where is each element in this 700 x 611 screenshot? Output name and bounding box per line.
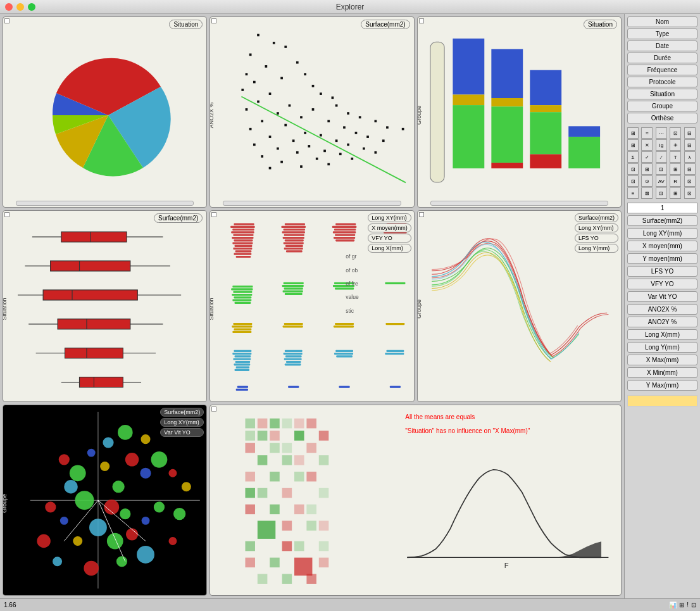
status-icon-plus[interactable]: ⊞ <box>679 602 684 608</box>
bar1-green <box>453 105 484 168</box>
grid-icon-13[interactable]: ∕ <box>656 151 667 163</box>
rp-var-longy[interactable]: Long Y(mm) <box>627 342 697 353</box>
scatter-scrollbar[interactable] <box>223 201 401 206</box>
rp-var-ano2x[interactable]: ANO2X % <box>627 304 697 315</box>
svg-rect-208 <box>258 419 268 429</box>
grid-icon-9[interactable]: ✳ <box>670 139 681 151</box>
rp-var-ymoyen[interactable]: Y moyen(mm) <box>627 253 697 264</box>
svg-rect-82 <box>233 229 254 230</box>
status-icon-grid[interactable]: ⊡ <box>691 602 696 608</box>
rp-btn-orthese[interactable]: Orthèse <box>627 113 697 123</box>
status-icon-chart[interactable]: 📊 <box>669 602 677 608</box>
svg-rect-65 <box>43 290 137 300</box>
trend-line <box>242 96 406 182</box>
grid-icon-6[interactable]: ⊞ <box>627 139 639 151</box>
stacked-bar-scrollbar[interactable] <box>430 201 608 206</box>
strip-legend-4: Long X(mm) <box>368 244 411 253</box>
grid-icon-20[interactable]: ⊟ <box>684 163 696 175</box>
dist-svg: F <box>400 438 616 590</box>
grid-icon-25[interactable]: ⊡ <box>684 175 696 187</box>
grid-icon-10[interactable]: ⊟ <box>684 139 696 151</box>
svg-point-202 <box>118 425 133 440</box>
grid-icon-22[interactable]: ⊙ <box>641 175 653 187</box>
rp-btn-protocole[interactable]: Protocole <box>627 77 697 87</box>
rp-var-xmin[interactable]: X Min(mm) <box>627 367 697 378</box>
svg-rect-139 <box>335 224 356 225</box>
grid-icon-3[interactable]: ⋯ <box>656 127 667 139</box>
pie-chart-title: Situation <box>169 20 203 29</box>
status-icon-exclaim[interactable]: ! <box>687 602 689 608</box>
matrix-area <box>210 405 395 595</box>
rp-btn-type[interactable]: Type <box>627 28 697 39</box>
rp-btn-duree[interactable]: Durée <box>627 53 697 63</box>
svg-rect-5 <box>246 73 248 75</box>
rp-btn-nom[interactable]: Nom <box>627 16 697 27</box>
svg-rect-100 <box>234 323 253 325</box>
svg-rect-21 <box>249 128 252 130</box>
rp-var-longx[interactable]: Long X(mm) <box>627 329 697 340</box>
bubble-legend-1: Surface(mm2) <box>160 408 204 417</box>
rp-btn-situation[interactable]: Situation <box>627 89 697 99</box>
grid-icon-23[interactable]: AV <box>656 175 667 187</box>
grid-icon-2[interactable]: ≈ <box>641 127 653 139</box>
rp-btn-date[interactable]: Date <box>627 41 697 51</box>
grid-icon-15[interactable]: λ <box>684 151 696 163</box>
svg-rect-238 <box>258 520 275 538</box>
svg-rect-251 <box>282 574 292 584</box>
svg-rect-42 <box>347 144 350 146</box>
rp-var-xmax[interactable]: X Max(mm) <box>627 355 697 365</box>
svg-point-178 <box>100 462 109 471</box>
rp-var-lfsyo[interactable]: LFS YO <box>627 266 697 277</box>
svg-rect-35 <box>308 145 311 148</box>
grid-icon-5[interactable]: ⊟ <box>684 127 696 139</box>
grid-icon-16[interactable]: ⊡ <box>627 163 639 175</box>
grid-icon-7[interactable]: ✕ <box>641 139 653 151</box>
rp-btn-freq[interactable]: Fréquence <box>627 65 697 75</box>
rp-var-longxy[interactable]: Long XY(mm) <box>627 228 697 239</box>
svg-rect-148 <box>335 288 354 290</box>
anova-text-2: "Situation" has no influence on "X Max(m… <box>400 424 616 438</box>
svg-rect-224 <box>294 455 304 465</box>
grid-icon-8[interactable]: Ig <box>656 139 667 151</box>
grid-icon-12[interactable]: ✓ <box>641 151 653 163</box>
grid-icon-26[interactable]: ≡ <box>627 187 639 199</box>
svg-rect-227 <box>270 472 280 482</box>
close-button[interactable] <box>5 3 13 11</box>
grid-icon-19[interactable]: ⊞ <box>670 163 681 175</box>
svg-rect-108 <box>235 361 251 363</box>
svg-rect-31 <box>320 134 322 137</box>
svg-rect-97 <box>234 296 252 298</box>
rp-var-surface[interactable]: Surface(mm2) <box>627 215 697 226</box>
svg-rect-105 <box>233 353 252 355</box>
grid-icon-14[interactable]: T <box>670 151 681 163</box>
svg-rect-236 <box>294 504 304 514</box>
rp-var-ano2y[interactable]: ANO2Y % <box>627 317 697 327</box>
maximize-button[interactable] <box>28 3 35 11</box>
svg-rect-37 <box>355 132 358 134</box>
grid-icon-24[interactable]: R <box>670 175 681 187</box>
grid-icon-18[interactable]: ⊡ <box>656 163 667 175</box>
grid-icon-21[interactable]: ⊡ <box>627 175 639 187</box>
rp-var-varVit[interactable]: Var Vit YO <box>627 291 697 302</box>
svg-rect-8 <box>281 77 284 80</box>
svg-rect-50 <box>402 128 404 130</box>
svg-rect-209 <box>270 419 280 429</box>
rp-btn-groupe[interactable]: Groupe <box>627 101 697 111</box>
grid-icon-1[interactable]: ⊞ <box>627 127 639 139</box>
minimize-button[interactable] <box>16 3 24 11</box>
grid-icon-4[interactable]: ⊡ <box>670 127 681 139</box>
bar3-yellow <box>530 105 561 112</box>
grid-icon-30[interactable]: ⊡ <box>684 187 696 199</box>
grid-icon-27[interactable]: ⊠ <box>641 187 653 199</box>
svg-rect-48 <box>363 148 365 150</box>
svg-rect-127 <box>284 288 303 290</box>
grid-icon-28[interactable]: ⊡ <box>656 187 667 199</box>
rp-var-xmoyen[interactable]: X moyen(mm) <box>627 241 697 251</box>
grid-icon-11[interactable]: Σ <box>627 151 639 163</box>
pie-scrollbar[interactable] <box>16 201 194 206</box>
grid-icon-17[interactable]: ⊞ <box>641 163 653 175</box>
grid-icon-29[interactable]: ⊞ <box>670 187 681 199</box>
bubble-legends: Surface(mm2) Long XY(mm) Var Vit YO <box>160 408 204 438</box>
rp-var-ymax[interactable]: Y Max(mm) <box>627 380 697 391</box>
rp-var-vfyyo[interactable]: VFY YO <box>627 279 697 289</box>
